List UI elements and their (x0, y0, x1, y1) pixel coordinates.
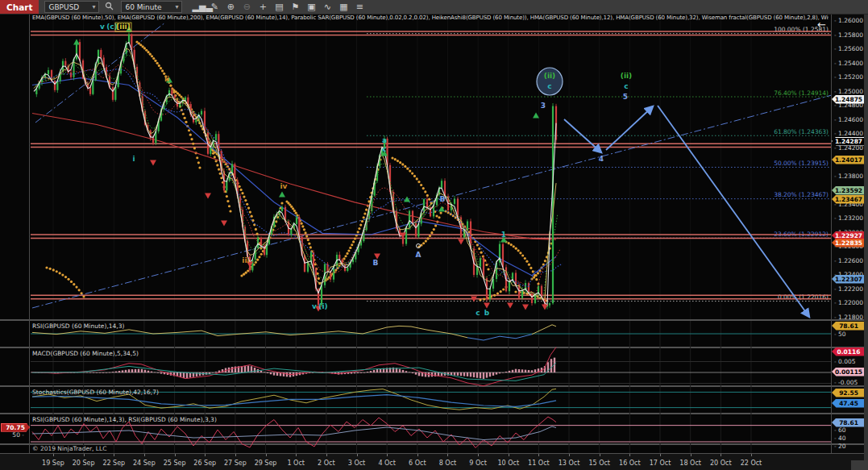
time-tick (509, 454, 509, 456)
left-gutter-divider (29, 14, 30, 453)
time-tick (660, 454, 661, 456)
chart-style-icon[interactable]: ▂▅▃ (192, 2, 205, 12)
time-label: 26 Sep (193, 460, 216, 467)
price-tick: 1.25600 (834, 45, 863, 52)
time-label: 20 Sep (73, 460, 95, 467)
price-tick: 1.24400 (834, 130, 863, 137)
time-label: 4 Oct (378, 460, 395, 467)
time-tick (629, 454, 630, 456)
time-label: 16 Oct (619, 460, 641, 467)
time-tick (569, 454, 570, 456)
time-tick (326, 454, 327, 456)
panel-divider[interactable] (0, 443, 868, 445)
instrument-label: GBPUSD (48, 3, 79, 11)
time-label: 29 Sep (255, 460, 277, 467)
time-label: 8 Oct (439, 460, 456, 467)
data-window-icon[interactable]: ▣ (305, 2, 318, 12)
time-tick (144, 454, 145, 456)
indicator-tick-left: 50 (0, 431, 24, 439)
toolbar-icon-group: ▂▅▃✎⊕⊖+▤⚑▣∿▦≡ (189, 2, 366, 12)
price-marker: 78.61 (832, 418, 866, 427)
strategies-icon[interactable]: ▦ (337, 2, 350, 12)
time-label: 25 Sep (164, 460, 186, 467)
price-tick: 1.26000 (834, 17, 863, 24)
price-tick: 1.22600 (834, 257, 863, 264)
instrument-dropdown[interactable]: GBPUSD ▾ (44, 1, 99, 13)
time-tick (751, 454, 752, 456)
price-marker: 1.22835 (832, 239, 866, 247)
panel-divider[interactable] (0, 413, 868, 414)
chart-tab[interactable]: Chart (0, 0, 39, 14)
price-tick: 1.25200 (834, 73, 863, 81)
time-tick (296, 454, 297, 456)
zoom-in-icon[interactable]: ⊕ (224, 2, 237, 12)
time-label: 24 Sep (133, 460, 156, 467)
time-label: 2 Oct (318, 460, 334, 467)
time-tick (447, 454, 448, 456)
chart-background (0, 14, 868, 470)
indicator-tick: -0.005 (834, 379, 858, 386)
scroll-back-icon[interactable]: ← (817, 19, 826, 31)
time-label: 13 Oct (559, 460, 580, 467)
time-tick (721, 454, 721, 456)
search-icon[interactable] (102, 2, 115, 13)
time-tick (84, 454, 85, 456)
price-marker: 1.23467 (832, 195, 866, 204)
properties-icon[interactable]: ≡ (353, 2, 366, 12)
price-marker: 1.24287 (832, 137, 866, 146)
price-tick: 1.22000 (834, 299, 863, 306)
chevron-down-icon: ▾ (92, 3, 95, 10)
price-marker: 0.0116 (832, 347, 866, 356)
time-label: 19 Sep (42, 460, 64, 467)
indicator-tick: 40 (834, 435, 846, 442)
crosshair-icon[interactable]: + (256, 2, 269, 12)
price-tick: 1.22200 (834, 285, 863, 293)
panel-divider[interactable] (0, 385, 868, 387)
time-axis[interactable]: 19 Sep20 Sep22 Sep24 Sep25 Sep26 Sep27 S… (0, 453, 864, 470)
toolbar: Chart GBPUSD ▾ 60 Minute ▾ ▂▅▃✎⊕⊖+▤⚑▣∿▦≡ (0, 0, 868, 15)
price-marker: 78.61 (832, 322, 866, 331)
price-marker: 47.45 (832, 399, 866, 408)
time-label: 6 Oct (409, 460, 426, 467)
price-tick: 1.21800 (834, 314, 863, 321)
time-tick (478, 454, 479, 456)
time-tick (266, 454, 267, 456)
chevron-down-icon: ▾ (175, 3, 178, 10)
price-marker: 1.24017 (832, 156, 866, 164)
time-tick (387, 454, 388, 456)
price-marker: 1.22307 (832, 275, 866, 284)
time-tick (235, 454, 236, 456)
price-tick: 1.25400 (834, 60, 863, 67)
time-tick (417, 454, 418, 456)
time-tick (538, 454, 539, 456)
indicators-icon[interactable]: ∿ (321, 2, 334, 12)
time-label: 27 Sep (224, 460, 247, 467)
interval-label: 60 Minute (125, 3, 161, 11)
price-tick: 1.23800 (834, 173, 863, 180)
alerts-icon[interactable]: ⚑ (289, 2, 301, 12)
price-marker: 0.00115 (832, 368, 866, 376)
resize-grip[interactable] (851, 460, 868, 470)
macd-panel-title: MACD(GBPUSD (60 Minute),5,34,5) (32, 350, 139, 357)
panel-divider[interactable] (0, 347, 868, 348)
time-label: 17 Oct (650, 460, 671, 467)
time-tick (175, 454, 176, 456)
price-marker: 92.55 (832, 389, 866, 397)
indicator-tick: 50 (834, 331, 846, 338)
time-label: 22 Sep (102, 460, 125, 467)
price-marker: 70.75 (1, 423, 30, 432)
draw-tools-icon[interactable]: ✎ (208, 2, 221, 12)
indicator-tick: 20 (834, 443, 846, 450)
time-label: 10 Oct (497, 460, 519, 467)
time-label: 11 Oct (528, 460, 550, 467)
stochastics-panel-title: Stochastics(GBPUSD (60 Minute),42,16,7) (32, 389, 159, 396)
new-window-icon[interactable]: ▤ (272, 2, 285, 12)
zoom-out-icon[interactable]: ⊖ (240, 2, 253, 12)
price-tick: 1.24600 (834, 116, 863, 123)
panel-divider[interactable] (0, 319, 868, 321)
time-tick (357, 454, 358, 456)
interval-dropdown[interactable]: 60 Minute ▾ (121, 1, 182, 13)
rsi-panel-title: RSI(GBPUSD (60 Minute),14,3) (32, 322, 124, 330)
time-label: 15 Oct (588, 460, 610, 467)
time-label: 1 Oct (287, 460, 304, 467)
